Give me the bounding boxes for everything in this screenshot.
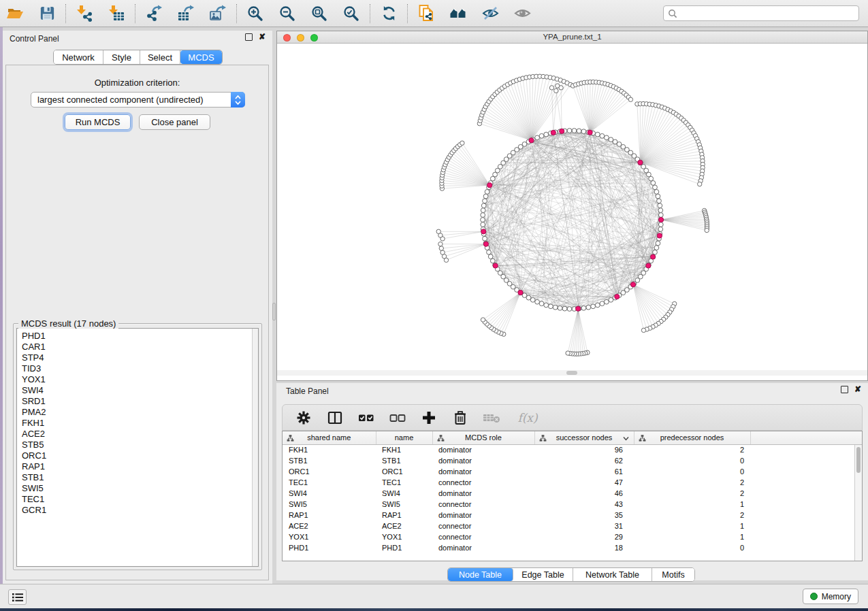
table-row[interactable]: YOX1YOX1connector291 xyxy=(283,531,863,542)
network-canvas[interactable] xyxy=(277,44,867,376)
network-hscrollbar[interactable] xyxy=(277,370,867,376)
mcds-result-item[interactable]: TID3 xyxy=(17,363,251,374)
control-panel-float-button[interactable] xyxy=(245,33,253,41)
apply-layout-button[interactable] xyxy=(377,2,400,25)
table-vscrollbar[interactable] xyxy=(854,445,862,561)
tab-node-table[interactable]: Node Table xyxy=(448,568,513,581)
close-panel-button[interactable]: Close panel xyxy=(139,114,210,130)
mcds-result-item[interactable]: ACE2 xyxy=(17,429,251,440)
column-header-name[interactable]: name xyxy=(376,431,432,444)
run-mcds-button[interactable]: Run MCDS xyxy=(65,114,131,130)
network-hscroll-thumb[interactable] xyxy=(566,371,577,375)
mcds-result-item[interactable]: RAP1 xyxy=(17,461,251,472)
zoom-out-button[interactable] xyxy=(276,2,299,25)
import-network-button[interactable] xyxy=(73,2,96,25)
search-network-button[interactable] xyxy=(447,2,470,25)
optimization-criterion-dropdown[interactable]: largest connected component (undirected) xyxy=(31,92,245,108)
table-vscroll-thumb[interactable] xyxy=(856,447,861,473)
search-box xyxy=(663,5,859,21)
control-panel: Control Panel ✘ Network Style Select MCD… xyxy=(3,31,272,584)
export-network-button[interactable] xyxy=(142,2,165,25)
table-row[interactable]: RAP1RAP1dominator352 xyxy=(283,510,863,521)
mcds-result-item[interactable]: STB1 xyxy=(17,472,251,483)
desktop-wallpaper xyxy=(0,608,868,611)
table-panel-float-button[interactable] xyxy=(841,386,848,393)
mcds-list-scrollbar[interactable] xyxy=(252,329,258,566)
zoom-out-icon xyxy=(278,5,296,22)
column-header-predecessor-nodes[interactable]: predecessor nodes xyxy=(634,431,750,444)
save-session-button[interactable] xyxy=(35,2,59,25)
mcds-result-item[interactable]: SWI4 xyxy=(17,385,251,396)
table-cell: connector xyxy=(432,499,534,510)
table-row[interactable]: PHD1PHD1dominator180 xyxy=(283,542,863,553)
mcds-result-item[interactable]: TEC1 xyxy=(17,494,251,505)
export-table-icon xyxy=(177,5,195,22)
mcds-result-item[interactable]: GCR1 xyxy=(17,505,251,516)
show-graphics-button[interactable] xyxy=(511,2,534,25)
unselect-all-columns-button[interactable] xyxy=(387,408,408,428)
window-close-icon[interactable] xyxy=(283,34,291,42)
import-table-button[interactable] xyxy=(105,2,128,25)
table-row[interactable]: SWI4SWI4dominator462 xyxy=(283,488,863,499)
delete-table-button[interactable] xyxy=(481,408,502,428)
export-table-button[interactable] xyxy=(174,2,197,25)
select-all-columns-button[interactable] xyxy=(356,408,376,428)
memory-button[interactable]: Memory xyxy=(803,589,858,604)
table-bottom-tabs: Node Table Edge Table Network Table Moti… xyxy=(447,567,695,582)
column-header-shared-name[interactable]: shared name xyxy=(283,431,376,444)
mcds-result-item[interactable]: ORC1 xyxy=(17,450,251,461)
task-history-button[interactable] xyxy=(8,589,27,605)
export-image-button[interactable] xyxy=(206,2,229,25)
tab-network-table[interactable]: Network Table xyxy=(573,568,652,581)
table-cell-filler xyxy=(750,455,863,466)
open-file-button[interactable] xyxy=(3,2,27,25)
panel-divider-handle[interactable] xyxy=(272,303,276,320)
zoom-selected-button[interactable] xyxy=(340,2,363,25)
tab-style[interactable]: Style xyxy=(103,50,140,64)
control-panel-tabs: Network Style Select MCDS xyxy=(53,50,223,65)
toolbar-separator xyxy=(135,4,135,23)
mcds-result-item[interactable]: CAR1 xyxy=(17,342,251,352)
window-zoom-icon[interactable] xyxy=(310,34,318,42)
create-column-button[interactable] xyxy=(419,408,439,428)
table-cell: 1 xyxy=(634,521,750,531)
tab-mcds[interactable]: MCDS xyxy=(180,50,222,64)
control-panel-close-button[interactable]: ✘ xyxy=(259,33,266,41)
search-input[interactable] xyxy=(677,6,854,20)
mcds-result-item[interactable]: SRD1 xyxy=(17,396,251,407)
function-builder-button[interactable]: f(x) xyxy=(513,408,543,428)
toggle-panes-button[interactable] xyxy=(325,408,345,428)
table-panel-close-button[interactable]: ✘ xyxy=(854,386,861,393)
open-folder-icon xyxy=(6,5,24,22)
zoom-in-button[interactable] xyxy=(244,2,267,25)
import-network-icon xyxy=(76,5,93,22)
tab-network[interactable]: Network xyxy=(54,50,103,64)
tab-edge-table[interactable]: Edge Table xyxy=(513,568,573,581)
tab-select[interactable]: Select xyxy=(140,50,180,64)
mcds-result-item[interactable]: PHD1 xyxy=(17,331,251,342)
window-minimize-icon[interactable] xyxy=(297,34,304,42)
table-settings-button[interactable] xyxy=(293,408,314,428)
column-header-successor-nodes[interactable]: successor nodes xyxy=(534,431,634,444)
mcds-result-item[interactable]: PMA2 xyxy=(17,407,251,418)
zoom-fit-button[interactable] xyxy=(308,2,331,25)
mcds-result-item[interactable]: FKH1 xyxy=(17,418,251,429)
table-row[interactable]: ACE2ACE2connector311 xyxy=(283,521,863,531)
table-row[interactable]: SWI5SWI5connector431 xyxy=(283,499,863,510)
network-document-button[interactable] xyxy=(415,2,438,25)
table-cell: SWI5 xyxy=(376,499,432,510)
tab-motifs[interactable]: Motifs xyxy=(652,568,694,581)
table-row[interactable]: STB1STB1dominator620 xyxy=(283,455,863,466)
table-row[interactable]: ORC1ORC1dominator610 xyxy=(283,466,863,477)
column-header-mcds-role[interactable]: MCDS role xyxy=(432,431,534,444)
table-row[interactable]: TEC1TEC1connector472 xyxy=(283,477,863,488)
hide-graphics-button[interactable] xyxy=(479,2,502,25)
mcds-result-item[interactable]: STB5 xyxy=(17,440,251,450)
mcds-result-item[interactable]: SWI5 xyxy=(17,483,251,494)
mcds-result-item[interactable]: YOX1 xyxy=(17,374,251,385)
mcds-result-item[interactable]: STP4 xyxy=(17,352,251,363)
control-panel-title: Control Panel xyxy=(3,34,59,44)
table-cell: 2 xyxy=(634,488,750,499)
table-row[interactable]: FKH1FKH1dominator962 xyxy=(283,444,863,455)
delete-columns-button[interactable] xyxy=(450,408,470,428)
